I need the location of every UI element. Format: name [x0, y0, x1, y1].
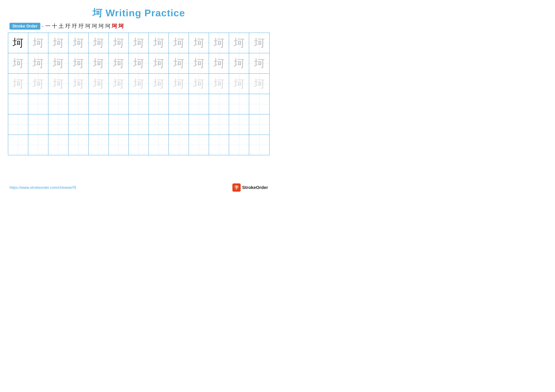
grid-cell[interactable]: 坷 — [28, 33, 48, 53]
grid-cell[interactable] — [229, 114, 249, 135]
grid-cell[interactable]: 坷 — [149, 74, 169, 94]
grid-cell[interactable] — [189, 114, 209, 135]
grid-cell[interactable]: 坷 — [129, 33, 149, 53]
grid-cell[interactable] — [129, 135, 149, 155]
cell-character: 坷 — [214, 37, 224, 48]
grid-cell[interactable]: 坷 — [89, 53, 109, 73]
grid-cell[interactable] — [28, 94, 48, 114]
grid-cell[interactable]: 坷 — [169, 53, 189, 73]
page-title: 坷 Writing Practice — [0, 0, 278, 20]
grid-cell[interactable]: 坷 — [68, 33, 89, 53]
grid-cell[interactable]: 坷 — [109, 53, 129, 73]
stroke-8: 坷 — [92, 22, 97, 30]
grid-cell[interactable] — [109, 94, 129, 114]
cell-character: 坷 — [133, 58, 144, 69]
grid-cell[interactable]: 坷 — [28, 53, 48, 73]
grid-cell[interactable]: 坷 — [169, 74, 189, 94]
grid-cell[interactable] — [249, 94, 269, 114]
cell-character: 坷 — [234, 78, 244, 89]
stroke-5: 圩 — [72, 22, 77, 30]
grid-cell[interactable]: 坷 — [209, 74, 229, 94]
grid-cell[interactable]: 坷 — [169, 33, 189, 53]
cell-character: 坷 — [93, 37, 104, 48]
grid-cell[interactable] — [209, 135, 229, 155]
grid-cell[interactable] — [109, 135, 129, 155]
grid-cell[interactable] — [189, 94, 209, 114]
grid-cell[interactable] — [48, 94, 68, 114]
stroke-12: 坷 — [118, 22, 124, 30]
grid-cell[interactable]: 坷 — [229, 53, 249, 73]
grid-cell[interactable]: 坷 — [209, 53, 229, 73]
footer: https://www.strokeorder.com/chinese/坷 字 … — [0, 183, 278, 192]
grid-cell[interactable] — [149, 114, 169, 135]
grid-cell[interactable]: 坷 — [48, 74, 68, 94]
grid-cell[interactable] — [89, 135, 109, 155]
grid-cell[interactable]: 坷 — [249, 74, 269, 94]
grid-cell[interactable]: 坷 — [249, 33, 269, 53]
grid-cell[interactable]: 坷 — [129, 53, 149, 73]
grid-cell[interactable] — [8, 114, 28, 135]
grid-cell[interactable]: 坷 — [28, 74, 48, 94]
grid-cell[interactable] — [169, 135, 189, 155]
stroke-2: 十 — [52, 22, 57, 30]
grid-cell[interactable]: 坷 — [229, 74, 249, 94]
footer-logo: 字 StrokeOrder — [232, 183, 268, 192]
grid-cell[interactable] — [28, 114, 48, 135]
grid-cell[interactable] — [48, 135, 68, 155]
grid-cell[interactable]: 坷 — [48, 33, 68, 53]
grid-cell[interactable]: 坷 — [8, 33, 28, 53]
grid-cell[interactable]: 坷 — [68, 53, 89, 73]
grid-cell[interactable]: 坷 — [209, 33, 229, 53]
grid-cell[interactable]: 坷 — [8, 53, 28, 73]
grid-cell[interactable]: 坷 — [149, 33, 169, 53]
grid-cell[interactable] — [249, 135, 269, 155]
grid-cell[interactable] — [149, 94, 169, 114]
grid-cell[interactable]: 坷 — [229, 33, 249, 53]
grid-cell[interactable]: 坷 — [68, 74, 89, 94]
grid-cell[interactable]: 坷 — [8, 74, 28, 94]
grid-cell[interactable] — [28, 135, 48, 155]
grid-cell[interactable] — [189, 135, 209, 155]
grid-cell[interactable] — [129, 114, 149, 135]
stroke-order-row: Stroke Order - 一 十 土 圩 圩 圩 坷 坷 坷 坷 坷 坷 — [0, 20, 278, 33]
cell-character: 坷 — [73, 78, 84, 89]
cell-character: 坷 — [53, 58, 64, 69]
grid-cell[interactable]: 坷 — [89, 33, 109, 53]
grid-cell[interactable]: 坷 — [189, 53, 209, 73]
grid-cell[interactable] — [48, 114, 68, 135]
grid-cell[interactable] — [209, 114, 229, 135]
grid-cell[interactable] — [8, 135, 28, 155]
grid-cell[interactable] — [249, 114, 269, 135]
grid-cell[interactable] — [68, 94, 89, 114]
cell-character: 坷 — [53, 78, 64, 89]
grid-cell[interactable] — [89, 114, 109, 135]
grid-cell[interactable]: 坷 — [48, 53, 68, 73]
grid-cell[interactable] — [229, 94, 249, 114]
grid-cell[interactable] — [169, 114, 189, 135]
grid-cell[interactable]: 坷 — [249, 53, 269, 73]
grid-cell[interactable]: 坷 — [189, 33, 209, 53]
grid-cell[interactable] — [229, 135, 249, 155]
grid-cell[interactable]: 坷 — [109, 33, 129, 53]
cell-character: 坷 — [13, 37, 23, 48]
grid-cell[interactable] — [8, 94, 28, 114]
grid-cell[interactable] — [169, 94, 189, 114]
stroke-order-badge: Stroke Order — [9, 23, 40, 29]
grid-row — [8, 135, 269, 155]
grid-cell[interactable] — [129, 94, 149, 114]
grid-cell[interactable]: 坷 — [89, 74, 109, 94]
cell-character: 坷 — [13, 78, 23, 89]
cell-character: 坷 — [93, 58, 104, 69]
grid-cell[interactable] — [68, 135, 89, 155]
stroke-3: 土 — [58, 22, 64, 30]
grid-cell[interactable] — [109, 114, 129, 135]
grid-cell[interactable] — [68, 114, 89, 135]
grid-cell[interactable]: 坷 — [129, 74, 149, 94]
grid-cell[interactable]: 坷 — [109, 74, 129, 94]
grid-cell[interactable] — [149, 135, 169, 155]
grid-cell[interactable] — [89, 94, 109, 114]
grid-cell[interactable]: 坷 — [189, 74, 209, 94]
stroke-10: 坷 — [105, 22, 110, 30]
grid-cell[interactable] — [209, 94, 229, 114]
grid-cell[interactable]: 坷 — [149, 53, 169, 73]
